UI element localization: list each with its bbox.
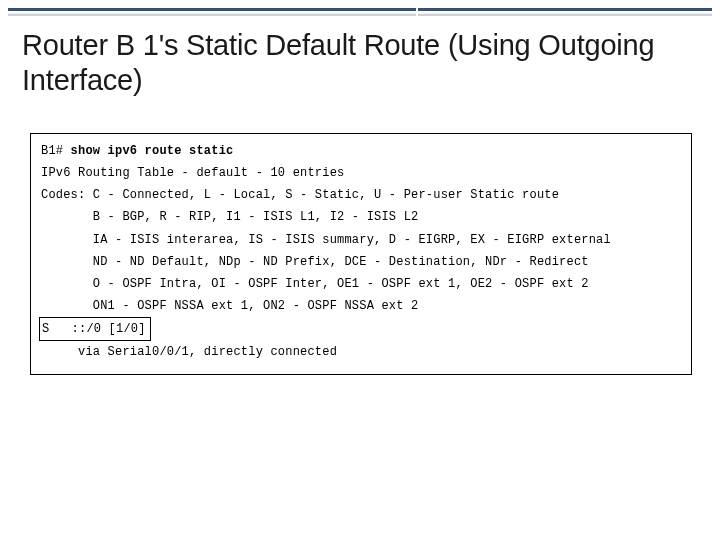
output-line: Codes: C - Connected, L - Local, S - Sta… bbox=[41, 184, 681, 206]
command-line: B1# show ipv6 route static bbox=[41, 140, 681, 162]
highlighted-route: S ::/0 [1/0] bbox=[39, 317, 151, 341]
page-title: Router B 1's Static Default Route (Using… bbox=[22, 28, 700, 99]
output-line: O - OSPF Intra, OI - OSPF Inter, OE1 - O… bbox=[41, 273, 681, 295]
output-line-highlighted: S ::/0 [1/0] bbox=[41, 317, 681, 341]
output-line: ND - ND Default, NDp - ND Prefix, DCE - … bbox=[41, 251, 681, 273]
output-line: IPv6 Routing Table - default - 10 entrie… bbox=[41, 162, 681, 184]
header-rule bbox=[8, 8, 712, 16]
rule-divider bbox=[416, 8, 418, 19]
output-line: B - BGP, R - RIP, I1 - ISIS L1, I2 - ISI… bbox=[41, 206, 681, 228]
prompt: B1# bbox=[41, 144, 71, 158]
output-line: via Serial0/0/1, directly connected bbox=[41, 341, 681, 363]
output-line: ON1 - OSPF NSSA ext 1, ON2 - OSPF NSSA e… bbox=[41, 295, 681, 317]
output-line: IA - ISIS interarea, IS - ISIS summary, … bbox=[41, 229, 681, 251]
terminal-output: B1# show ipv6 route static IPv6 Routing … bbox=[30, 133, 692, 375]
command: show ipv6 route static bbox=[71, 144, 234, 158]
terminal-output-wrap: B1# show ipv6 route static IPv6 Routing … bbox=[30, 133, 692, 375]
